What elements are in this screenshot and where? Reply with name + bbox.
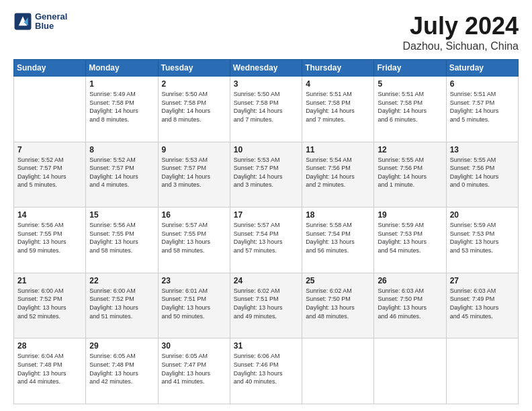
day-info: Sunrise: 5:53 AM Sunset: 7:57 PM Dayligh… — [234, 156, 298, 189]
day-number: 1 — [89, 79, 154, 89]
calendar-cell: 11Sunrise: 5:54 AM Sunset: 7:56 PM Dayli… — [302, 142, 374, 208]
calendar-cell: 1Sunrise: 5:49 AM Sunset: 7:58 PM Daylig… — [86, 77, 158, 142]
calendar-cell: 13Sunrise: 5:55 AM Sunset: 7:56 PM Dayli… — [446, 142, 518, 208]
day-number: 31 — [234, 341, 298, 351]
day-number: 2 — [162, 79, 226, 89]
calendar-cell: 4Sunrise: 5:51 AM Sunset: 7:58 PM Daylig… — [302, 77, 374, 142]
day-info: Sunrise: 6:00 AM Sunset: 7:52 PM Dayligh… — [89, 287, 154, 320]
calendar-cell: 25Sunrise: 6:02 AM Sunset: 7:50 PM Dayli… — [302, 273, 374, 338]
day-number: 6 — [450, 79, 515, 89]
day-number: 12 — [378, 145, 442, 154]
calendar-cell: 10Sunrise: 5:53 AM Sunset: 7:57 PM Dayli… — [230, 142, 302, 208]
day-info: Sunrise: 5:52 AM Sunset: 7:57 PM Dayligh… — [17, 156, 82, 189]
day-info: Sunrise: 5:57 AM Sunset: 7:55 PM Dayligh… — [162, 221, 226, 255]
day-info: Sunrise: 6:01 AM Sunset: 7:51 PM Dayligh… — [162, 287, 226, 320]
day-number: 28 — [17, 341, 82, 351]
calendar-cell — [374, 338, 446, 404]
day-info: Sunrise: 6:03 AM Sunset: 7:49 PM Dayligh… — [450, 287, 515, 320]
calendar-cell: 23Sunrise: 6:01 AM Sunset: 7:51 PM Dayli… — [158, 273, 230, 338]
day-number: 19 — [378, 210, 442, 220]
calendar-cell: 29Sunrise: 6:05 AM Sunset: 7:48 PM Dayli… — [86, 338, 158, 404]
day-number: 16 — [162, 210, 226, 220]
calendar-subtitle: Dazhou, Sichuan, China — [402, 40, 519, 52]
day-number: 27 — [450, 276, 515, 285]
week-row-3: 14Sunrise: 5:56 AM Sunset: 7:55 PM Dayli… — [14, 208, 519, 273]
calendar-cell: 6Sunrise: 5:51 AM Sunset: 7:57 PM Daylig… — [446, 77, 518, 142]
week-row-4: 21Sunrise: 6:00 AM Sunset: 7:52 PM Dayli… — [14, 273, 519, 338]
calendar-cell: 16Sunrise: 5:57 AM Sunset: 7:55 PM Dayli… — [158, 208, 230, 273]
day-info: Sunrise: 5:50 AM Sunset: 7:58 PM Dayligh… — [234, 90, 298, 124]
day-number: 25 — [306, 276, 370, 285]
week-row-2: 7Sunrise: 5:52 AM Sunset: 7:57 PM Daylig… — [14, 142, 519, 208]
day-number: 22 — [89, 276, 154, 285]
day-number: 18 — [306, 210, 370, 220]
day-number: 29 — [89, 341, 154, 351]
day-info: Sunrise: 5:59 AM Sunset: 7:53 PM Dayligh… — [378, 221, 442, 255]
day-info: Sunrise: 6:00 AM Sunset: 7:52 PM Dayligh… — [17, 287, 82, 320]
day-info: Sunrise: 5:52 AM Sunset: 7:57 PM Dayligh… — [89, 156, 154, 189]
day-number: 11 — [306, 145, 370, 154]
day-info: Sunrise: 5:55 AM Sunset: 7:56 PM Dayligh… — [378, 156, 442, 189]
calendar-table: SundayMondayTuesdayWednesdayThursdayFrid… — [13, 59, 519, 404]
calendar-cell: 24Sunrise: 6:02 AM Sunset: 7:51 PM Dayli… — [230, 273, 302, 338]
day-info: Sunrise: 5:51 AM Sunset: 7:58 PM Dayligh… — [378, 90, 442, 124]
weekday-header-thursday: Thursday — [302, 60, 374, 77]
day-info: Sunrise: 5:58 AM Sunset: 7:54 PM Dayligh… — [306, 221, 370, 255]
calendar-cell — [14, 77, 86, 142]
weekday-header-row: SundayMondayTuesdayWednesdayThursdayFrid… — [14, 60, 519, 77]
day-number: 17 — [234, 210, 298, 220]
logo: General Blue — [13, 12, 67, 32]
day-number: 14 — [17, 210, 82, 220]
day-number: 26 — [378, 276, 442, 285]
calendar-cell: 9Sunrise: 5:53 AM Sunset: 7:57 PM Daylig… — [158, 142, 230, 208]
day-info: Sunrise: 5:49 AM Sunset: 7:58 PM Dayligh… — [89, 90, 154, 124]
weekday-header-sunday: Sunday — [14, 60, 86, 77]
day-info: Sunrise: 6:05 AM Sunset: 7:47 PM Dayligh… — [162, 352, 226, 385]
day-info: Sunrise: 5:55 AM Sunset: 7:56 PM Dayligh… — [450, 156, 515, 189]
logo-icon — [13, 12, 32, 31]
weekday-header-saturday: Saturday — [446, 60, 518, 77]
calendar-cell: 12Sunrise: 5:55 AM Sunset: 7:56 PM Dayli… — [374, 142, 446, 208]
day-number: 5 — [378, 79, 442, 89]
calendar-cell: 15Sunrise: 5:56 AM Sunset: 7:55 PM Dayli… — [86, 208, 158, 273]
page: General Blue July 2024 Dazhou, Sichuan, … — [0, 0, 532, 411]
day-info: Sunrise: 5:56 AM Sunset: 7:55 PM Dayligh… — [17, 221, 82, 255]
calendar-cell: 22Sunrise: 6:00 AM Sunset: 7:52 PM Dayli… — [86, 273, 158, 338]
day-number: 30 — [162, 341, 226, 351]
day-number: 8 — [89, 145, 154, 154]
day-info: Sunrise: 5:56 AM Sunset: 7:55 PM Dayligh… — [89, 221, 154, 255]
day-number: 21 — [17, 276, 82, 285]
day-info: Sunrise: 5:53 AM Sunset: 7:57 PM Dayligh… — [162, 156, 226, 189]
day-info: Sunrise: 5:51 AM Sunset: 7:57 PM Dayligh… — [450, 90, 515, 124]
day-info: Sunrise: 5:50 AM Sunset: 7:58 PM Dayligh… — [162, 90, 226, 124]
calendar-cell: 21Sunrise: 6:00 AM Sunset: 7:52 PM Dayli… — [14, 273, 86, 338]
day-number: 9 — [162, 145, 226, 154]
day-info: Sunrise: 6:02 AM Sunset: 7:50 PM Dayligh… — [306, 287, 370, 320]
day-number: 3 — [234, 79, 298, 89]
day-info: Sunrise: 5:54 AM Sunset: 7:56 PM Dayligh… — [306, 156, 370, 189]
day-number: 15 — [89, 210, 154, 220]
calendar-cell: 28Sunrise: 6:04 AM Sunset: 7:48 PM Dayli… — [14, 338, 86, 404]
calendar-cell: 5Sunrise: 5:51 AM Sunset: 7:58 PM Daylig… — [374, 77, 446, 142]
day-info: Sunrise: 6:04 AM Sunset: 7:48 PM Dayligh… — [17, 352, 82, 385]
day-number: 20 — [450, 210, 515, 220]
calendar-cell: 20Sunrise: 5:59 AM Sunset: 7:53 PM Dayli… — [446, 208, 518, 273]
calendar-cell: 17Sunrise: 5:57 AM Sunset: 7:54 PM Dayli… — [230, 208, 302, 273]
day-info: Sunrise: 6:05 AM Sunset: 7:48 PM Dayligh… — [89, 352, 154, 385]
calendar-cell: 8Sunrise: 5:52 AM Sunset: 7:57 PM Daylig… — [86, 142, 158, 208]
header: General Blue July 2024 Dazhou, Sichuan, … — [13, 12, 519, 52]
day-number: 23 — [162, 276, 226, 285]
day-number: 13 — [450, 145, 515, 154]
weekday-header-friday: Friday — [374, 60, 446, 77]
calendar-cell: 30Sunrise: 6:05 AM Sunset: 7:47 PM Dayli… — [158, 338, 230, 404]
weekday-header-tuesday: Tuesday — [158, 60, 230, 77]
day-info: Sunrise: 6:06 AM Sunset: 7:46 PM Dayligh… — [234, 352, 298, 385]
calendar-cell — [302, 338, 374, 404]
calendar-cell: 31Sunrise: 6:06 AM Sunset: 7:46 PM Dayli… — [230, 338, 302, 404]
day-number: 24 — [234, 276, 298, 285]
logo-text: General Blue — [35, 12, 67, 32]
calendar-cell: 3Sunrise: 5:50 AM Sunset: 7:58 PM Daylig… — [230, 77, 302, 142]
day-info: Sunrise: 5:51 AM Sunset: 7:58 PM Dayligh… — [306, 90, 370, 124]
day-number: 7 — [17, 145, 82, 154]
calendar-cell: 18Sunrise: 5:58 AM Sunset: 7:54 PM Dayli… — [302, 208, 374, 273]
